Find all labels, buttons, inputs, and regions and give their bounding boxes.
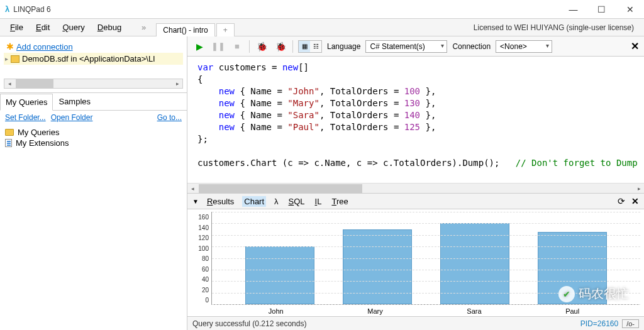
queries-tree: My Queries My Extensions	[0, 124, 187, 151]
add-connection-link[interactable]: Add connection	[16, 42, 73, 52]
add-connection-row[interactable]: ✱ Add connection	[4, 40, 183, 53]
document-tabstrip: Chart() - intro +	[156, 19, 470, 36]
result-view-toggle[interactable]: ▦ ☷	[298, 40, 322, 53]
tree-my-extensions[interactable]: My Extensions	[5, 138, 182, 148]
debug-button[interactable]: 🐞	[255, 40, 269, 53]
tree-label: My Extensions	[16, 138, 69, 148]
app-logo-icon: λ	[5, 4, 9, 14]
sidebar: ✱ Add connection ▸ DemoDB.sdf in <Applic…	[0, 36, 187, 330]
open-folder-link[interactable]: Open Folder	[51, 113, 93, 122]
tab-samples[interactable]: Samples	[53, 93, 96, 110]
table-view-icon[interactable]: ☷	[310, 41, 321, 52]
titlebar: λ LINQPad 6 — ☐ ✕	[0, 0, 644, 19]
stop-button[interactable]: ■	[230, 40, 244, 53]
window-controls: — ☐ ✕	[559, 0, 644, 19]
chart-x-axis: JohnMarySaraPaul	[208, 307, 640, 315]
chart-plot	[211, 212, 640, 305]
language-label: Language	[327, 42, 360, 51]
close-button[interactable]: ✕	[616, 0, 644, 19]
results-header: ▼ Results Chart λ SQL IL Tree ⟳ ✕	[187, 193, 644, 209]
chart-x-label: John	[269, 307, 284, 315]
license-text: Licensed to WEI HUIYANG (single-user lic…	[474, 23, 639, 32]
close-results-icon[interactable]: ✕	[631, 196, 639, 206]
separator	[292, 40, 293, 53]
scroll-right-icon[interactable]: ▸	[172, 79, 182, 88]
connections-panel: ✱ Add connection ▸ DemoDB.sdf in <Applic…	[0, 36, 187, 93]
menu-overflow-icon[interactable]: »	[142, 23, 146, 32]
status-optimize[interactable]: /o-	[622, 319, 639, 328]
sidebar-tabs: My Queries Samples	[0, 93, 187, 111]
scroll-left-icon[interactable]: ◂	[187, 184, 197, 193]
scroll-thumb[interactable]	[199, 184, 362, 193]
menubar: File Edit Query Debug » Chart() - intro …	[0, 19, 644, 36]
menu-file[interactable]: File	[5, 21, 28, 34]
scroll-thumb[interactable]	[16, 79, 53, 88]
add-connection-icon: ✱	[6, 41, 14, 52]
menu-query[interactable]: Query	[57, 21, 89, 34]
connection-demodb[interactable]: ▸ DemoDB.sdf in <ApplicationData>\LI	[4, 53, 183, 65]
menu-edit[interactable]: Edit	[31, 21, 55, 34]
set-folder-link[interactable]: Set Folder...	[5, 113, 46, 122]
window-title: LINQPad 6	[13, 5, 50, 14]
tree-expand-icon[interactable]: ▸	[5, 55, 8, 62]
tab-chart-intro[interactable]: Chart() - intro	[156, 23, 214, 36]
code-content[interactable]: var customers = new[] { new { Name = "Jo…	[187, 57, 644, 183]
tab-my-queries[interactable]: My Queries	[0, 94, 53, 111]
chart-bar	[245, 246, 314, 304]
maximize-button[interactable]: ☐	[587, 0, 616, 19]
debug-step-button[interactable]: 🐞	[274, 40, 287, 53]
menu-debug[interactable]: Debug	[92, 21, 126, 34]
connection-label: DemoDB.sdf in <ApplicationData>\LI	[22, 54, 155, 63]
separator	[249, 40, 250, 53]
sidebar-hscrollbar[interactable]: ◂ ▸	[4, 79, 183, 89]
results-tab-il[interactable]: IL	[313, 196, 324, 207]
scroll-left-icon[interactable]: ◂	[4, 79, 14, 88]
goto-link[interactable]: Go to...	[157, 113, 182, 122]
editor-toolbar: ▶ ❚❚ ■ 🐞 🐞 ▦ ☷ Language C# Statement(s) …	[187, 36, 644, 57]
chart-y-axis: 160140120100806040200	[191, 212, 211, 315]
pause-button[interactable]: ❚❚	[211, 40, 225, 53]
scroll-right-icon[interactable]: ▸	[634, 184, 644, 193]
folder-icon	[5, 129, 14, 136]
tab-new-button[interactable]: +	[216, 23, 235, 36]
tree-my-queries[interactable]: My Queries	[5, 127, 182, 138]
refresh-icon[interactable]: ⟳	[618, 196, 625, 206]
sidebar-links: Set Folder... Open Folder Go to...	[0, 111, 187, 124]
minimize-button[interactable]: —	[559, 0, 587, 19]
connection-label: Connection	[452, 42, 491, 51]
status-text: Query successful (0.212 seconds)	[192, 319, 306, 328]
editor-hscrollbar[interactable]: ◂ ▸	[187, 183, 644, 193]
chart-x-label: Mary	[367, 307, 382, 315]
results-tab-results[interactable]: Results	[205, 196, 236, 207]
results-tab-lambda[interactable]: λ	[272, 196, 280, 207]
results-tab-tree[interactable]: Tree	[330, 196, 350, 207]
close-query-button[interactable]: ✕	[631, 40, 639, 52]
tree-label: My Queries	[18, 128, 59, 137]
status-pid: PID=26160	[580, 319, 618, 328]
chart-bar	[538, 232, 607, 304]
connection-dropdown[interactable]: <None>	[496, 40, 552, 53]
run-button[interactable]: ▶	[192, 40, 206, 53]
database-icon	[11, 55, 19, 63]
code-editor[interactable]: var customers = new[] { new { Name = "Jo…	[187, 57, 644, 193]
results-tab-chart[interactable]: Chart	[242, 196, 266, 207]
statusbar: Query successful (0.212 seconds) PID=261…	[187, 316, 644, 330]
main-area: ▶ ❚❚ ■ 🐞 🐞 ▦ ☷ Language C# Statement(s) …	[187, 36, 644, 330]
chart-x-label: Paul	[565, 307, 579, 315]
language-dropdown[interactable]: C# Statement(s)	[365, 40, 447, 53]
chart-x-label: Sara	[467, 307, 481, 315]
chart-panel: 160140120100806040200 JohnMarySaraPaul	[187, 209, 644, 316]
file-icon	[5, 139, 12, 147]
grid-view-icon[interactable]: ▦	[299, 41, 310, 52]
results-tab-sql[interactable]: SQL	[287, 196, 307, 207]
collapse-results-icon[interactable]: ▼	[192, 198, 199, 205]
